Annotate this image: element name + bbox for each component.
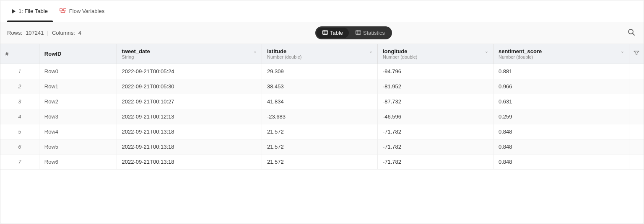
table-row: 6Row52022-09-21T00:13:1821.572-71.7820.8…	[0, 139, 644, 154]
col-tweet-date-inner: tweet_date String ⌄	[122, 48, 257, 59]
cell-empty	[629, 124, 644, 139]
main-container: 1: File Table Flow Variables Rows: 10724…	[0, 0, 644, 224]
table-toggle-icon	[322, 30, 328, 36]
col-latitude-type: Number (double)	[267, 54, 302, 59]
col-header-rowid: RowID	[39, 44, 117, 64]
cell-row-num: 2	[0, 79, 39, 94]
cell-longitude: -94.796	[377, 64, 493, 79]
tab-bar: 1: File Table Flow Variables	[0, 0, 644, 22]
cell-tweet-date: 2022-09-21T00:05:30	[117, 79, 262, 94]
cell-longitude: -87.732	[377, 94, 493, 109]
col-rowid-labels: RowID	[44, 51, 61, 57]
cell-rowid: Row0	[39, 64, 117, 79]
cell-sentiment: 0.966	[493, 79, 629, 94]
cell-sentiment: 0.848	[493, 124, 629, 139]
cell-row-num: 4	[0, 109, 39, 124]
col-longitude-type: Number (double)	[383, 54, 418, 59]
cell-rowid: Row3	[39, 109, 117, 124]
col-sentiment-labels: sentiment_score Number (double)	[499, 48, 542, 59]
col-header-hash: #	[0, 44, 39, 64]
col-header-filter	[629, 44, 644, 64]
col-tweet-date-type: String	[122, 54, 150, 59]
cell-latitude: 21.572	[262, 154, 377, 170]
cell-empty	[629, 139, 644, 154]
tab-file-table[interactable]: 1: File Table	[7, 0, 53, 22]
col-hash-label: #	[5, 51, 8, 57]
table-toggle-btn[interactable]: Table	[317, 28, 349, 38]
col-latitude-name: latitude	[267, 48, 302, 54]
table-row: 4Row32022-09-21T00:12:13-23.683-46.5960.…	[0, 109, 644, 124]
rows-value: 107241	[26, 30, 44, 36]
cell-empty	[629, 109, 644, 124]
svg-rect-5	[322, 31, 327, 35]
cell-longitude: -81.952	[377, 79, 493, 94]
statistics-toggle-btn[interactable]: Statistics	[350, 28, 391, 38]
col-rowid-inner: RowID	[44, 51, 112, 57]
tab-flow-variables[interactable]: Flow Variables	[55, 0, 109, 22]
columns-value: 4	[78, 30, 81, 36]
data-table: # RowID tweet_date Strin	[0, 44, 644, 170]
col-header-latitude: latitude Number (double) ⌄	[262, 44, 377, 64]
cell-tweet-date: 2022-09-21T00:05:24	[117, 64, 262, 79]
table-header-row: # RowID tweet_date Strin	[0, 44, 644, 64]
search-button[interactable]	[626, 27, 637, 39]
table-row: 7Row62022-09-21T00:13:1821.572-71.7820.8…	[0, 154, 644, 170]
columns-label: Columns:	[52, 30, 75, 36]
table-row: 5Row42022-09-21T00:13:1821.572-71.7820.8…	[0, 124, 644, 139]
col-tweet-date-name: tweet_date	[122, 48, 150, 54]
col-longitude-name: longitude	[383, 48, 418, 54]
filter-icon[interactable]	[632, 50, 641, 58]
cell-row-num: 7	[0, 154, 39, 170]
tab-flow-variables-label: Flow Variables	[69, 8, 104, 14]
cell-sentiment: 0.848	[493, 154, 629, 170]
col-sentiment-inner: sentiment_score Number (double) ⌄	[499, 48, 624, 59]
col-sentiment-sort[interactable]: ⌄	[621, 49, 624, 54]
cell-tweet-date: 2022-09-21T00:10:27	[117, 94, 262, 109]
cell-latitude: 38.453	[262, 79, 377, 94]
table-row: 1Row02022-09-21T00:05:2429.309-94.7960.8…	[0, 64, 644, 79]
svg-rect-1	[63, 9, 66, 11]
table-body: 1Row02022-09-21T00:05:2429.309-94.7960.8…	[0, 64, 644, 170]
svg-rect-9	[356, 31, 361, 35]
view-toggle: Table Statistics	[315, 26, 392, 39]
toolbar: Rows: 107241 | Columns: 4 Table	[0, 22, 644, 44]
cell-row-num: 1	[0, 64, 39, 79]
cell-rowid: Row6	[39, 154, 117, 170]
col-longitude-sort[interactable]: ⌄	[485, 49, 488, 54]
col-header-longitude: longitude Number (double) ⌄	[377, 44, 493, 64]
cell-latitude: 29.309	[262, 64, 377, 79]
cell-latitude: 41.834	[262, 94, 377, 109]
col-longitude-inner: longitude Number (double) ⌄	[383, 48, 488, 59]
statistics-toggle-icon	[356, 30, 361, 36]
svg-line-14	[633, 33, 635, 35]
col-header-sentiment: sentiment_score Number (double) ⌄	[493, 44, 629, 64]
col-latitude-sort[interactable]: ⌄	[369, 49, 372, 54]
toolbar-right	[626, 27, 637, 39]
cell-rowid: Row5	[39, 139, 117, 154]
cell-tweet-date: 2022-09-21T00:13:18	[117, 139, 262, 154]
toggle-area: Table Statistics	[86, 26, 621, 39]
cell-sentiment: 0.259	[493, 109, 629, 124]
table-toggle-label: Table	[330, 30, 343, 36]
cell-sentiment: 0.631	[493, 94, 629, 109]
tab-file-table-label: 1: File Table	[18, 8, 48, 14]
cell-row-num: 3	[0, 94, 39, 109]
col-rowid-name: RowID	[44, 51, 61, 57]
cell-longitude: -46.596	[377, 109, 493, 124]
cell-sentiment: 0.881	[493, 64, 629, 79]
col-tweet-date-sort[interactable]: ⌄	[253, 49, 257, 54]
col-header-tweet-date: tweet_date String ⌄	[117, 44, 262, 64]
statistics-toggle-label: Statistics	[363, 30, 385, 36]
cell-longitude: -71.782	[377, 124, 493, 139]
cell-row-num: 5	[0, 124, 39, 139]
cell-tweet-date: 2022-09-21T00:13:18	[117, 154, 262, 170]
col-tweet-date-labels: tweet_date String	[122, 48, 150, 59]
cell-empty	[629, 94, 644, 109]
cell-longitude: -71.782	[377, 139, 493, 154]
table-wrapper: # RowID tweet_date Strin	[0, 44, 644, 170]
cell-tweet-date: 2022-09-21T00:13:18	[117, 124, 262, 139]
flow-variables-icon	[60, 8, 66, 14]
svg-rect-0	[60, 9, 62, 11]
play-icon	[12, 9, 16, 13]
cell-empty	[629, 154, 644, 170]
